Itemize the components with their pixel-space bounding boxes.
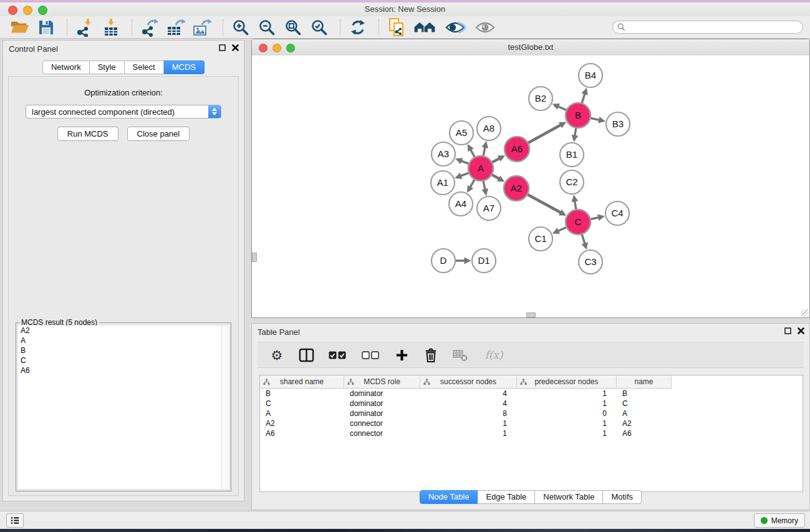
- network-view-window: testGlobe.txt B4B2BB3A5A8A6B1A3AA1C2A2A4…: [251, 39, 810, 318]
- delete-table-icon: [453, 348, 468, 362]
- horizontal-scroll-thumb[interactable]: [526, 312, 536, 317]
- float-panel-icon[interactable]: [784, 327, 791, 334]
- table-cell[interactable]: A6: [617, 429, 672, 438]
- table-cell[interactable]: 1: [420, 429, 517, 438]
- table-cell[interactable]: dominator: [344, 389, 420, 398]
- delete-table-button[interactable]: [452, 346, 468, 364]
- deselect-all-button[interactable]: [360, 346, 380, 364]
- table-cell[interactable]: B: [260, 389, 344, 398]
- tab-select[interactable]: Select: [125, 60, 164, 74]
- zoom-out-button[interactable]: [256, 17, 278, 37]
- tab-node-table[interactable]: Node Table: [420, 490, 478, 504]
- table-cell[interactable]: 1: [517, 419, 617, 428]
- column-header-MCDS-role[interactable]: MCDS role: [344, 375, 420, 389]
- column-header-shared-name[interactable]: shared name: [260, 375, 344, 389]
- table-cell[interactable]: A: [617, 409, 672, 418]
- float-panel-icon[interactable]: [219, 44, 226, 51]
- show-graphics-details-button[interactable]: [443, 17, 469, 37]
- table-settings-button[interactable]: ⚙: [269, 346, 285, 364]
- table-cell[interactable]: A2: [260, 419, 344, 428]
- zoom-selected-button[interactable]: [308, 17, 330, 37]
- memory-status-icon: [761, 517, 768, 524]
- tab-mcds[interactable]: MCDS: [164, 60, 205, 74]
- result-list-scrollbar[interactable]: [221, 326, 229, 489]
- show-task-history-button[interactable]: [6, 513, 24, 528]
- mcds-result-item[interactable]: C: [18, 355, 229, 365]
- close-panel-button[interactable]: Close panel: [127, 127, 190, 141]
- hide-graphics-details-button[interactable]: [473, 17, 498, 37]
- table-cell[interactable]: C: [617, 399, 672, 408]
- resize-grip[interactable]: [801, 309, 809, 317]
- delete-column-button[interactable]: [423, 346, 439, 364]
- tab-edge-table[interactable]: Edge Table: [478, 490, 535, 504]
- table-cell[interactable]: 1: [517, 389, 617, 398]
- table-cell[interactable]: A6: [260, 429, 344, 438]
- table-cell[interactable]: dominator: [344, 399, 420, 408]
- mcds-result-list: A2ABCA6: [18, 326, 229, 489]
- vertical-scroll-thumb[interactable]: [252, 253, 257, 262]
- table-cell[interactable]: connector: [344, 429, 420, 438]
- table-cell[interactable]: 1: [420, 419, 517, 428]
- table-row[interactable]: A6connector11A6: [260, 428, 803, 438]
- export-image-button[interactable]: [191, 17, 213, 37]
- open-session-button[interactable]: [9, 17, 31, 37]
- tab-network-table[interactable]: Network Table: [535, 490, 603, 504]
- table-cell[interactable]: 4: [420, 399, 517, 408]
- table-cell[interactable]: B: [617, 389, 672, 398]
- duplicate-network-view-button[interactable]: [385, 17, 408, 37]
- graph-edge-arrowhead: [465, 258, 471, 264]
- table-row[interactable]: Bdominator41B: [260, 389, 803, 399]
- memory-button[interactable]: Memory: [754, 513, 805, 528]
- toolbar-separator: [378, 19, 380, 36]
- criterion-select[interactable]: largest connected component (directed): [26, 105, 221, 118]
- table-cell[interactable]: 1: [517, 399, 617, 408]
- table-cell[interactable]: C: [260, 399, 344, 408]
- table-cell[interactable]: A: [260, 409, 344, 418]
- search-input[interactable]: [612, 21, 803, 34]
- run-mcds-button[interactable]: Run MCDS: [57, 127, 118, 141]
- mcds-result-item[interactable]: B: [18, 346, 229, 355]
- network-window-titlebar[interactable]: testGlobe.txt: [252, 39, 809, 56]
- save-session-button[interactable]: [35, 17, 57, 37]
- network-graph[interactable]: B4B2BB3A5A8A6B1A3AA1C2A2A4A7C4CC1C3DD1: [252, 56, 809, 317]
- graph-node-label: C1: [534, 233, 546, 244]
- table-tabs: Node TableEdge TableNetwork TableMotifs: [252, 490, 809, 504]
- column-header-name[interactable]: name: [617, 375, 672, 389]
- mcds-result-item[interactable]: A: [18, 336, 229, 346]
- tab-style[interactable]: Style: [90, 60, 125, 74]
- network-canvas[interactable]: B4B2BB3A5A8A6B1A3AA1C2A2A4A7C4CC1C3DD1: [252, 56, 809, 317]
- close-panel-icon[interactable]: [232, 44, 239, 51]
- select-all-button[interactable]: [327, 346, 347, 364]
- table-row[interactable]: Adominator80A: [260, 409, 803, 418]
- tab-network[interactable]: Network: [42, 60, 90, 74]
- table-cell[interactable]: 0: [517, 409, 617, 418]
- table-row[interactable]: A2connector11A2: [260, 418, 803, 428]
- show-column-button[interactable]: [298, 346, 314, 364]
- graph-node-label: C4: [611, 208, 623, 218]
- zoom-fit-button[interactable]: [282, 17, 304, 37]
- export-table-button[interactable]: [165, 17, 187, 37]
- export-network-button[interactable]: [138, 17, 161, 37]
- table-row[interactable]: Cdominator41C: [260, 399, 803, 409]
- tab-motifs[interactable]: Motifs: [603, 490, 642, 504]
- open-folder-icon: [11, 20, 29, 35]
- column-header-successor-nodes[interactable]: successor nodes: [420, 375, 517, 389]
- graph-node-label: B3: [612, 118, 624, 129]
- close-panel-icon[interactable]: [798, 327, 804, 334]
- table-cell[interactable]: 8: [420, 409, 517, 418]
- import-network-button[interactable]: [74, 17, 96, 37]
- function-builder-button[interactable]: f(x): [481, 346, 506, 364]
- refresh-button[interactable]: [347, 17, 369, 37]
- zoom-in-button[interactable]: [229, 17, 252, 37]
- table-cell[interactable]: 1: [517, 429, 617, 438]
- table-cell[interactable]: connector: [344, 419, 420, 428]
- table-cell[interactable]: dominator: [344, 409, 420, 418]
- mcds-result-item[interactable]: A6: [18, 365, 229, 375]
- table-cell[interactable]: 4: [420, 389, 517, 398]
- home-button[interactable]: [412, 17, 439, 37]
- column-header-predecessor-nodes[interactable]: predecessor nodes: [517, 375, 617, 389]
- import-table-button[interactable]: [100, 17, 122, 37]
- table-cell[interactable]: A2: [617, 419, 672, 428]
- add-column-button[interactable]: [393, 346, 410, 364]
- mcds-result-item[interactable]: A2: [18, 326, 229, 336]
